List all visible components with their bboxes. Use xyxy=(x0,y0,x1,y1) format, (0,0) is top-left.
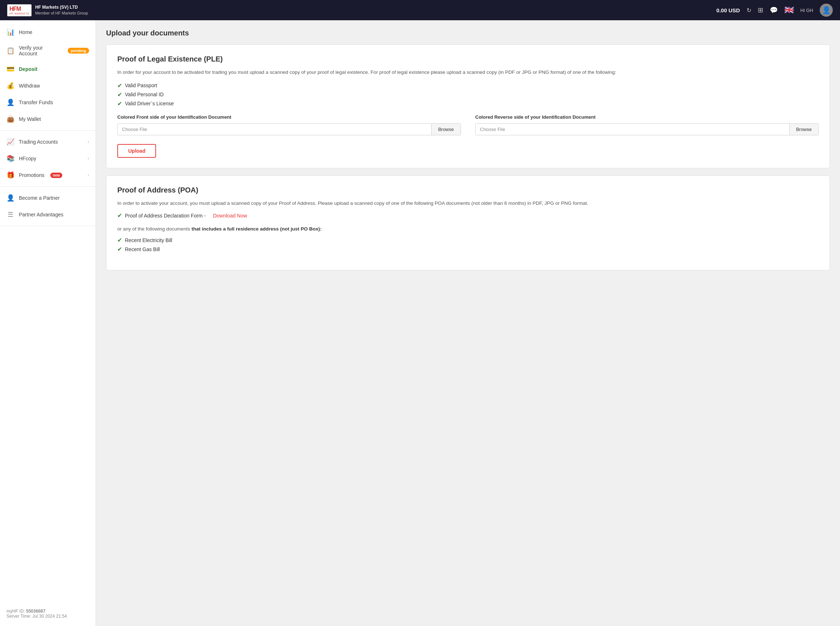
check-icon-poa-2: ✔ xyxy=(117,237,122,244)
sidebar-label-promotions: Promotions xyxy=(19,172,44,178)
poa-doc-item-1: ✔ Recent Electricity Bill xyxy=(117,237,819,244)
reverse-file-input: Choose File Browse xyxy=(475,124,819,135)
checklist-text-3: Valid Driver`s License xyxy=(125,100,174,106)
checklist-item: ✔ Valid Personal ID xyxy=(117,91,819,98)
chevron-icon-3: › xyxy=(88,172,89,178)
chat-icon[interactable]: 💬 xyxy=(770,6,778,14)
home-icon: 📊 xyxy=(6,28,14,36)
checklist-item: ✔ Valid Passport xyxy=(117,82,819,89)
balance-display: 0.00 USD xyxy=(716,7,740,13)
sidebar-label-deposit: Deposit xyxy=(19,66,37,72)
reverse-file-name: Choose File xyxy=(476,124,789,135)
partner-icon: 👤 xyxy=(6,194,14,202)
pending-badge: pending xyxy=(68,48,89,53)
sidebar-item-trading[interactable]: 📈 Trading Accounts › xyxy=(0,133,96,150)
myhf-id-value: 55036687 xyxy=(26,609,45,614)
poa-card: Proof of Address (POA) In order to activ… xyxy=(106,175,830,271)
chevron-icon-2: › xyxy=(88,156,89,161)
sidebar-item-become-partner[interactable]: 👤 Become a Partner xyxy=(0,189,96,206)
header-right: 0.00 USD ↻ ⊞ 💬 🇬🇧 Hi GH 👤 xyxy=(716,4,833,17)
poa-card-desc: In order to activate your account, you m… xyxy=(117,199,819,207)
deposit-icon: 💳 xyxy=(6,65,14,73)
poa-checklist-item-form: ✔ Proof of Address Declaration Form - Do… xyxy=(117,212,819,219)
sidebar-label-trading: Trading Accounts xyxy=(19,139,58,145)
download-link[interactable]: Download Now xyxy=(213,213,247,219)
sidebar-item-wallet[interactable]: 👜 My Wallet xyxy=(0,111,96,127)
reverse-upload-label: Colored Reverse side of your Identificat… xyxy=(475,114,819,120)
sidebar-label-partner-adv: Partner Advantages xyxy=(19,212,63,218)
hfcopy-icon: 📚 xyxy=(6,155,14,163)
refresh-icon[interactable]: ↻ xyxy=(747,7,751,14)
check-icon-poa-1: ✔ xyxy=(117,212,122,219)
server-time-value: Jul 30 2024 21:54 xyxy=(32,614,67,619)
front-upload-col: Colored Front side of your Identificatio… xyxy=(117,114,461,135)
company-info: HF Markets (SV) LTD Member of HF Markets… xyxy=(35,4,88,16)
sidebar-label-hfcopy: HFcopy xyxy=(19,156,36,161)
poa-or-text: or any of the following documents that i… xyxy=(117,226,819,232)
poa-doc-item-2: ✔ Recent Gas Bill xyxy=(117,246,819,253)
sidebar-item-promotions[interactable]: 🎁 Promotions new › xyxy=(0,167,96,183)
upload-row: Colored Front side of your Identificatio… xyxy=(117,114,819,135)
check-icon-2: ✔ xyxy=(117,91,122,98)
poa-card-title: Proof of Address (POA) xyxy=(117,186,819,194)
checklist-item: ✔ Valid Driver`s License xyxy=(117,100,819,107)
check-icon-1: ✔ xyxy=(117,82,122,89)
layout: 📊 Home 📋 Verify your Account pending 💳 D… xyxy=(0,20,840,626)
sidebar-label-wallet: My Wallet xyxy=(19,116,41,122)
sidebar-footer: myHF ID: 55036687 Server Time: Jul 30 20… xyxy=(0,605,74,622)
server-time-label: Server Time: xyxy=(6,614,31,619)
ple-checklist: ✔ Valid Passport ✔ Valid Personal ID ✔ V… xyxy=(117,82,819,107)
checklist-text-1: Valid Passport xyxy=(125,83,157,88)
sidebar-label-withdraw: Withdraw xyxy=(19,83,40,89)
poa-form-text: Proof of Address Declaration Form - xyxy=(125,213,206,219)
checklist-text-2: Valid Personal ID xyxy=(125,92,164,97)
promotions-icon: 🎁 xyxy=(6,171,14,179)
poa-doc-checklist: ✔ Recent Electricity Bill ✔ Recent Gas B… xyxy=(117,237,819,253)
ple-card-title: Proof of Legal Existence (PLE) xyxy=(117,55,819,63)
sidebar-item-transfer[interactable]: 👤 Transfer Funds xyxy=(0,94,96,111)
grid-icon[interactable]: ⊞ xyxy=(758,6,763,14)
sidebar-item-withdraw[interactable]: 💰 Withdraw xyxy=(0,77,96,94)
wallet-icon: 👜 xyxy=(6,115,14,123)
check-icon-poa-3: ✔ xyxy=(117,246,122,253)
reverse-browse-button[interactable]: Browse xyxy=(789,124,818,135)
withdraw-icon: 💰 xyxy=(6,82,14,90)
poa-doc-text-1: Recent Electricity Bill xyxy=(125,237,172,243)
user-greeting: Hi GH xyxy=(801,8,813,13)
partner-adv-icon: ☰ xyxy=(6,211,14,219)
sidebar: 📊 Home 📋 Verify your Account pending 💳 D… xyxy=(0,20,96,626)
sidebar-label-transfer: Transfer Funds xyxy=(19,100,53,105)
front-upload-label: Colored Front side of your Identificatio… xyxy=(117,114,461,120)
language-flag[interactable]: 🇬🇧 xyxy=(784,5,794,15)
poa-doc-text-2: Recent Gas Bill xyxy=(125,246,160,252)
chevron-icon: › xyxy=(88,139,89,144)
ple-card-desc: In order for your account to be activate… xyxy=(117,68,819,76)
upload-button[interactable]: Upload xyxy=(117,144,156,158)
check-icon-3: ✔ xyxy=(117,100,122,107)
poa-checklist: ✔ Proof of Address Declaration Form - Do… xyxy=(117,212,819,219)
logo-area: HFM HF MARKETS HF Markets (SV) LTD Membe… xyxy=(7,4,88,16)
page-title: Upload your documents xyxy=(106,29,830,37)
avatar[interactable]: 👤 xyxy=(820,4,833,17)
front-file-name: Choose File xyxy=(118,124,431,135)
trading-icon: 📈 xyxy=(6,138,14,146)
sidebar-item-partner-adv[interactable]: ☰ Partner Advantages xyxy=(0,206,96,223)
sidebar-item-deposit[interactable]: 💳 Deposit xyxy=(0,61,96,77)
sidebar-label-home: Home xyxy=(19,29,32,35)
header: HFM HF MARKETS HF Markets (SV) LTD Membe… xyxy=(0,0,840,20)
front-browse-button[interactable]: Browse xyxy=(431,124,460,135)
sidebar-label-partner: Become a Partner xyxy=(19,195,60,201)
front-file-input: Choose File Browse xyxy=(117,124,461,135)
verify-icon: 📋 xyxy=(6,47,14,55)
logo: HFM HF MARKETS xyxy=(7,4,31,16)
transfer-icon: 👤 xyxy=(6,99,14,106)
reverse-upload-col: Colored Reverse side of your Identificat… xyxy=(475,114,819,135)
sidebar-item-home[interactable]: 📊 Home xyxy=(0,24,96,41)
ple-card: Proof of Legal Existence (PLE) In order … xyxy=(106,44,830,168)
sidebar-label-verify: Verify your Account xyxy=(19,45,62,56)
new-badge: new xyxy=(50,172,62,178)
sidebar-item-verify[interactable]: 📋 Verify your Account pending xyxy=(0,41,96,61)
myhf-id-label: myHF ID: xyxy=(6,609,25,614)
sidebar-item-hfcopy[interactable]: 📚 HFcopy › xyxy=(0,150,96,167)
main-content: Upload your documents Proof of Legal Exi… xyxy=(96,20,840,626)
